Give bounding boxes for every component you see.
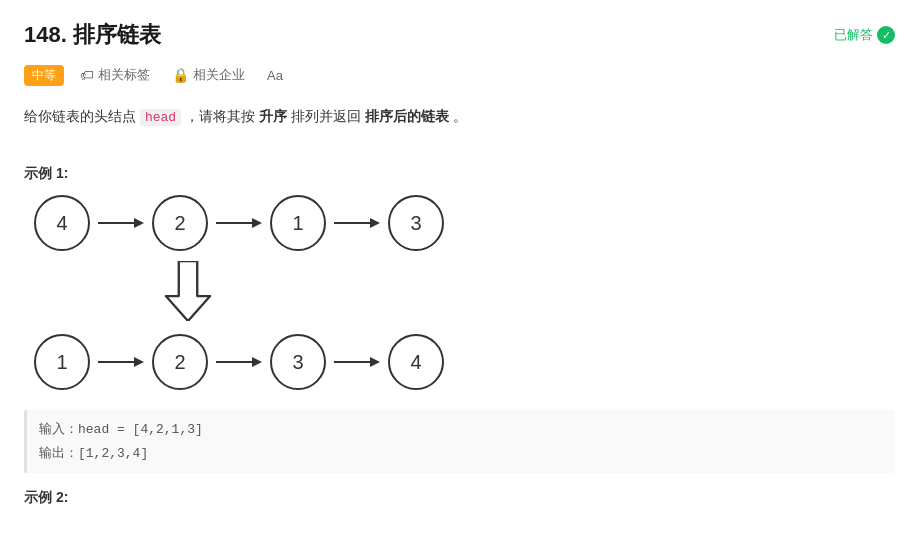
desc-suffix: ，请将其按 升序 排列并返回 排序后的链表 。 — [181, 108, 466, 124]
node-1: 1 — [270, 195, 326, 251]
check-icon: ✓ — [877, 26, 895, 44]
related-companies-label: 相关企业 — [193, 66, 245, 84]
node-s4: 4 — [388, 334, 444, 390]
svg-marker-12 — [370, 357, 380, 367]
desc-prefix: 给你链表的头结点 — [24, 108, 140, 124]
list-row-2: 1 2 3 4 — [34, 334, 895, 390]
related-tags-label: 相关标签 — [98, 66, 150, 84]
node-2: 2 — [152, 195, 208, 251]
svg-marker-1 — [134, 218, 144, 228]
svg-marker-3 — [252, 218, 262, 228]
font-toggle-button[interactable]: Aa — [261, 66, 289, 85]
output-label: 输出： — [39, 446, 78, 461]
font-label: Aa — [267, 68, 283, 83]
list-row-1: 4 2 1 3 — [34, 195, 895, 251]
node-s3: 3 — [270, 334, 326, 390]
node-s1: 1 — [34, 334, 90, 390]
code-head: head — [140, 109, 181, 126]
input-value: head = [4,2,1,3] — [78, 422, 203, 437]
svg-marker-10 — [252, 357, 262, 367]
tags-row: 中等 🏷 相关标签 🔒 相关企业 Aa — [24, 64, 895, 86]
page-title: 148. 排序链表 — [24, 20, 895, 50]
svg-marker-6 — [166, 261, 210, 321]
output-value: [1,2,3,4] — [78, 446, 148, 461]
node-4: 4 — [34, 195, 90, 251]
problem-description: 给你链表的头结点 head ，请将其按 升序 排列并返回 排序后的链表 。 — [24, 104, 895, 129]
tag-icon: 🏷 — [80, 67, 94, 83]
svg-marker-8 — [134, 357, 144, 367]
node-3: 3 — [388, 195, 444, 251]
difficulty-badge[interactable]: 中等 — [24, 65, 64, 86]
node-s2: 2 — [152, 334, 208, 390]
io-section: 输入：head = [4,2,1,3] 输出：[1,2,3,4] — [24, 410, 895, 473]
related-companies-button[interactable]: 🔒 相关企业 — [166, 64, 251, 86]
diagram: 4 2 1 3 — [34, 195, 895, 390]
input-line: 输入：head = [4,2,1,3] — [39, 418, 883, 441]
arrow-s3 — [334, 353, 380, 371]
lock-icon: 🔒 — [172, 67, 189, 83]
down-arrow — [164, 261, 212, 324]
related-tags-button[interactable]: 🏷 相关标签 — [74, 64, 156, 86]
arrow-s1 — [98, 353, 144, 371]
example1-label: 示例 1: — [24, 165, 895, 183]
arrow-s2 — [216, 353, 262, 371]
example1-section: 示例 1: 4 2 1 — [24, 165, 895, 473]
solved-label: 已解答 — [834, 26, 873, 44]
down-arrow-container — [164, 261, 895, 324]
svg-marker-5 — [370, 218, 380, 228]
arrow-3 — [334, 214, 380, 232]
example2-label: 示例 2: — [24, 489, 895, 507]
solved-badge: 已解答 ✓ — [834, 26, 895, 44]
input-label: 输入： — [39, 422, 78, 437]
arrow-2 — [216, 214, 262, 232]
arrow-1 — [98, 214, 144, 232]
output-line: 输出：[1,2,3,4] — [39, 442, 883, 465]
